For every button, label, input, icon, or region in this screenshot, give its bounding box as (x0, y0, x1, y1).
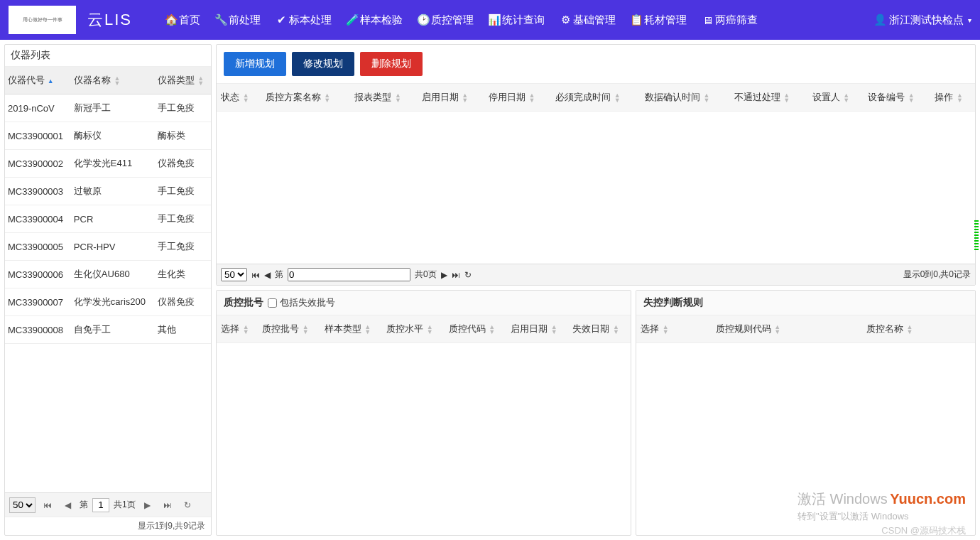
include-expired-label[interactable]: 包括失效批号 (268, 296, 335, 309)
plan-grid: 状态 ▲▼质控方案名称 ▲▼报表类型 ▲▼启用日期 ▲▼停用日期 ▲▼必须完成时… (217, 83, 975, 264)
column-header[interactable]: 失效日期 ▲▼ (568, 315, 631, 343)
nav-basic[interactable]: ⚙基础管理 (555, 9, 621, 31)
list-icon: 📋 (631, 15, 641, 25)
sort-icon: ▲▼ (663, 325, 669, 335)
col-instrument-name[interactable]: 仪器名称 ▲▼ (71, 67, 155, 94)
scroll-indicator (974, 220, 979, 250)
column-header[interactable]: 操作 ▲▼ (930, 84, 975, 112)
table-cell: 化学发光E411 (71, 150, 155, 178)
nav-preprocess[interactable]: 🔧前处理 (210, 9, 266, 31)
nav-home[interactable]: 🏠首页 (160, 9, 206, 31)
table-cell: 手工免疫 (155, 205, 211, 233)
sort-icon: ▲▼ (908, 93, 915, 103)
table-row[interactable]: MC33900002化学发光E411仪器免疫 (5, 150, 211, 178)
table-row[interactable]: MC33900004PCR手工免疫 (5, 205, 211, 233)
pager-prev-icon[interactable]: ◀ (60, 497, 75, 513)
column-header[interactable]: 设置人 ▲▼ (808, 84, 864, 112)
add-plan-button[interactable]: 新增规划 (224, 52, 286, 76)
column-header[interactable]: 启用日期 ▲▼ (418, 84, 484, 112)
column-header[interactable]: 状态 ▲▼ (217, 84, 261, 112)
pager-page-input[interactable] (288, 268, 410, 281)
column-header[interactable]: 必须完成时间 ▲▼ (551, 84, 641, 112)
column-header[interactable]: 停用日期 ▲▼ (484, 84, 551, 112)
column-header[interactable]: 样本类型 ▲▼ (320, 315, 382, 343)
pager-first-icon[interactable]: ⏮ (40, 497, 55, 513)
user-menu[interactable]: 👤 浙江测试快检点 ▾ (875, 14, 971, 27)
nav-label: 两癌筛查 (715, 14, 758, 27)
edit-plan-button[interactable]: 修改规划 (292, 52, 354, 76)
page-size-select[interactable]: 50 (221, 268, 247, 281)
nav-supplies[interactable]: 📋耗材管理 (626, 9, 692, 31)
column-header[interactable]: 启用日期 ▲▼ (506, 315, 568, 343)
col-instrument-code[interactable]: 仪器代号 ▲ (5, 67, 71, 94)
table-row[interactable]: MC33900006生化仪AU680生化类 (5, 261, 211, 288)
column-header[interactable]: 质控规则代码 ▲▼ (712, 315, 862, 343)
check-icon: ✔ (276, 15, 286, 25)
column-header[interactable]: 质控代码 ▲▼ (445, 315, 506, 343)
column-header[interactable]: 设备编号 ▲▼ (864, 84, 930, 112)
table-row[interactable]: MC33900008自免手工其他 (5, 316, 211, 344)
pager-last-icon[interactable]: ⏭ (452, 270, 460, 280)
column-header[interactable]: 质控方案名称 ▲▼ (261, 84, 351, 112)
nav-label: 首页 (179, 14, 200, 27)
pager-total-label: 共1页 (114, 499, 136, 511)
column-header[interactable]: 质控批号 ▲▼ (258, 315, 320, 343)
column-header[interactable]: 数据确认时间 ▲▼ (641, 84, 730, 112)
nav-label: 标本处理 (289, 14, 332, 27)
plan-toolbar: 新增规划 修改规划 删除规划 (217, 45, 975, 83)
sort-icon: ▲▼ (303, 325, 309, 335)
pager-refresh-icon[interactable]: ↻ (464, 270, 472, 280)
nav-label: 质控管理 (431, 14, 474, 27)
user-icon: 👤 (875, 15, 885, 25)
column-header[interactable]: 选择 ▲▼ (636, 315, 712, 343)
table-cell: 手工免疫 (155, 233, 211, 261)
column-header[interactable]: 质控名称 ▲▼ (862, 315, 975, 343)
table-row[interactable]: MC33900001酶标仪酶标类 (5, 122, 211, 150)
include-expired-checkbox[interactable] (268, 298, 277, 308)
pager-next-icon[interactable]: ▶ (441, 270, 447, 280)
page-size-select[interactable]: 50 (9, 497, 36, 513)
pager-page-input[interactable] (92, 498, 109, 512)
qc-rule-grid: 选择 ▲▼质控规则代码 ▲▼质控名称 ▲▼ (636, 315, 975, 343)
column-header[interactable]: 质控水平 ▲▼ (382, 315, 444, 343)
plan-pager-info: 显示0到0,共0记录 (903, 269, 971, 281)
nav-label: 耗材管理 (644, 14, 687, 27)
table-cell: 过敏原 (71, 178, 155, 205)
sort-icon: ▲▼ (704, 93, 710, 103)
table-row[interactable]: MC33900005PCR-HPV手工免疫 (5, 233, 211, 261)
qc-rule-title: 失控判断规则 (636, 291, 975, 315)
sort-icon: ▲▼ (783, 93, 790, 103)
instrument-pager: 50 ⏮ ◀ 第 共1页 ▶ ⏭ ↻ (5, 492, 211, 517)
qc-batch-title-row: 质控批号 包括失效批号 (217, 291, 631, 315)
nav-sample-test[interactable]: 🧪样本检验 (342, 9, 408, 31)
pager-prev-icon[interactable]: ◀ (264, 270, 271, 280)
pager-first-icon[interactable]: ⏮ (251, 270, 260, 280)
table-row[interactable]: 2019-nCoV新冠手工手工免疫 (5, 94, 211, 122)
chart-icon: 📊 (489, 15, 499, 25)
nav-screening[interactable]: 🖥两癌筛查 (697, 9, 763, 31)
table-cell: MC33900001 (5, 122, 71, 150)
table-row[interactable]: MC33900007化学发光caris200仪器免疫 (5, 288, 211, 316)
pager-next-icon[interactable]: ▶ (140, 497, 156, 513)
column-header[interactable]: 不通过处理 ▲▼ (730, 84, 808, 112)
table-cell: 化学发光caris200 (71, 288, 155, 316)
sort-icon: ▲▼ (774, 325, 780, 335)
column-header[interactable]: 报表类型 ▲▼ (350, 84, 417, 112)
top-bar: 用心做好每一件事 云LIS 🏠首页 🔧前处理 ✔标本处理 🧪样本检验 🕑质控管理… (0, 0, 980, 40)
table-row[interactable]: MC33900003过敏原手工免疫 (5, 178, 211, 205)
qc-batch-grid: 选择 ▲▼质控批号 ▲▼样本类型 ▲▼质控水平 ▲▼质控代码 ▲▼启用日期 ▲▼… (217, 315, 631, 343)
col-instrument-type[interactable]: 仪器类型 ▲▼ (155, 67, 211, 94)
table-cell: MC33900007 (5, 288, 71, 316)
table-cell: 仪器免疫 (155, 288, 211, 316)
pager-last-icon[interactable]: ⏭ (160, 497, 175, 513)
delete-plan-button[interactable]: 删除规划 (360, 52, 423, 76)
nav-qc[interactable]: 🕑质控管理 (413, 9, 479, 31)
nav-stats[interactable]: 📊统计查询 (484, 9, 550, 31)
column-header[interactable]: 选择 ▲▼ (217, 315, 258, 343)
sort-icon: ▲▼ (551, 325, 557, 335)
nav-label: 样本检验 (360, 14, 403, 27)
nav-sample-process[interactable]: ✔标本处理 (271, 9, 337, 31)
pager-refresh-icon[interactable]: ↻ (180, 497, 195, 513)
instrument-panel-title: 仪器列表 (5, 45, 211, 67)
plan-box: 新增规划 修改规划 删除规划 状态 ▲▼质控方案名称 ▲▼报表类型 ▲▼启用日期… (216, 44, 976, 286)
